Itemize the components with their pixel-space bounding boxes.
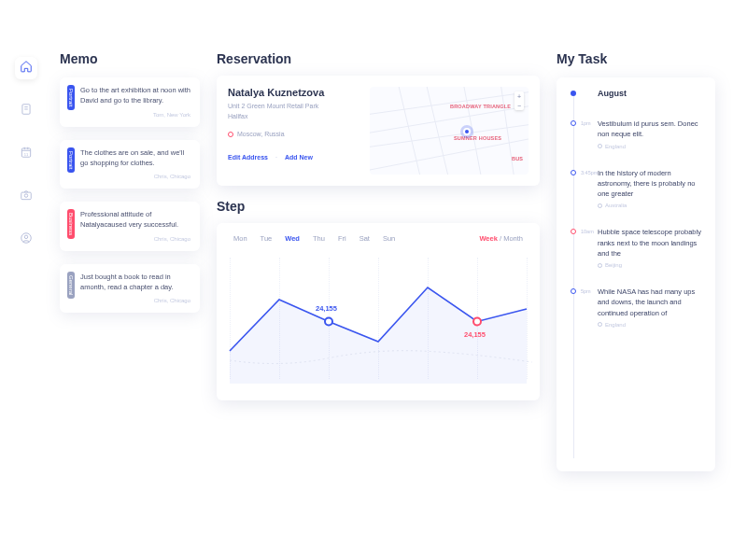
memo-location: Chris, Chicago [80, 174, 190, 179]
task-item[interactable]: 3:45pm In the history of modern astronom… [573, 168, 706, 209]
task-time: 1pm [581, 120, 591, 126]
task-location: England [598, 144, 706, 149]
profile-icon [20, 231, 33, 248]
task-title: Vestibulum id purus sem. Donec non neque… [598, 119, 706, 140]
memo-location: Chris, Chicago [80, 298, 190, 303]
location-ring-icon [598, 322, 602, 327]
step-card: MonTueWedThuFriSatSun Week / Month 24,15… [217, 223, 540, 400]
map[interactable]: BROADWAY TRIANGLESUMNER HOUSESBUS + − [370, 87, 529, 175]
task-time: 3:45pm [581, 170, 598, 175]
memo-tag: General [67, 272, 75, 299]
task-location: Beijing [598, 262, 706, 268]
reservation-addr1: Unit 2 Green Mount Retail Park [228, 102, 359, 112]
task-item[interactable]: 1pm Vestibulum id purus sem. Donec non n… [573, 119, 706, 149]
location-ring-icon [598, 263, 602, 268]
edit-address-link[interactable]: Edit Address [228, 154, 268, 161]
task-dot-icon [571, 170, 576, 175]
task-item[interactable]: 5pm While NASA has had many ups and down… [573, 287, 706, 328]
memo-location: Tom, New York [80, 112, 190, 118]
task-item[interactable]: 10am Hubble space telescope probably ran… [573, 227, 706, 268]
memo-heading: Memo [60, 51, 200, 66]
reservation-heading: Reservation [217, 51, 540, 66]
day-sun[interactable]: Sun [383, 234, 395, 243]
task-dot-icon [571, 120, 576, 126]
map-label: SUMNER HOUSES [454, 135, 501, 141]
task-title: In the history of modern astronomy, ther… [598, 168, 706, 200]
chart-value: 24,155 [464, 330, 486, 339]
toggle-month[interactable]: Month [503, 234, 523, 243]
task-box: August 1pm Vestibulum id purus sem. Done… [557, 77, 715, 471]
day-tue[interactable]: Tue [261, 234, 273, 243]
memo-body: Professional attitude of Natalyacaused v… [80, 209, 190, 231]
toggle-week[interactable]: Week [479, 234, 497, 243]
task-time: 5pm [581, 288, 591, 294]
svg-point-7 [325, 317, 332, 325]
location-ring-icon [598, 144, 602, 148]
svg-point-6 [24, 235, 28, 239]
center-column: Reservation Natalya Kuznetzova Unit 2 Gr… [217, 51, 540, 560]
memo-card[interactable]: Portrait The clothes are on sale, and we… [60, 140, 200, 189]
memo-body: Just bought a book to read in amonth, re… [80, 272, 190, 293]
task-dot-icon [571, 229, 576, 234]
svg-text:11: 11 [24, 152, 29, 157]
nav-camera[interactable] [15, 186, 37, 208]
step-heading: Step [217, 199, 540, 214]
task-title: While NASA has had many ups and downs, t… [598, 287, 706, 318]
sidebar: 11 [9, 51, 43, 560]
reservation-location: Moscow, Russia [228, 131, 359, 137]
camera-icon [20, 189, 33, 205]
task-column: My Task August 1pm Vestibulum id purus s… [557, 51, 715, 560]
day-wed[interactable]: Wed [285, 234, 300, 243]
task-heading: My Task [557, 51, 715, 66]
step-range-toggle: Week / Month [479, 234, 523, 243]
memo-tag: Portrait [67, 85, 75, 110]
timeline-month: August [573, 89, 706, 98]
memo-location: Chris, Chicago [80, 236, 190, 242]
day-thu[interactable]: Thu [313, 234, 325, 243]
zoom-out-button[interactable]: − [514, 101, 524, 110]
memo-body: The clothes are on sale, and we'll go sh… [80, 147, 190, 169]
notes-icon [20, 103, 33, 119]
task-location: Australia [598, 203, 706, 208]
nav-profile[interactable] [15, 229, 37, 251]
map-label: BUS [512, 156, 523, 161]
memo-card[interactable]: Business Professional attitude of Nataly… [60, 202, 200, 251]
svg-point-8 [473, 317, 481, 325]
day-sat[interactable]: Sat [359, 234, 370, 243]
svg-rect-3 [21, 192, 32, 200]
nav-notes[interactable] [15, 100, 37, 122]
day-fri[interactable]: Fri [338, 234, 346, 243]
zoom-in-button[interactable]: + [514, 91, 524, 101]
map-roads-icon [370, 87, 529, 175]
add-new-link[interactable]: Add New [285, 154, 313, 161]
month-dot-icon [571, 91, 576, 96]
nav-home[interactable] [15, 57, 37, 79]
reservation-addr2: Halifax [228, 112, 359, 122]
location-ring-icon [598, 203, 602, 208]
memo-column: Memo Portrait Go to the art exhibition a… [60, 51, 200, 560]
chart-value: 24,155 [316, 304, 337, 313]
task-time: 10am [581, 229, 594, 234]
memo-card[interactable]: Portrait Go to the art exhibition at noo… [60, 77, 200, 127]
step-chart: 24,15524,155 [224, 248, 532, 390]
step-days: MonTueWedThuFriSatSun [233, 234, 395, 243]
location-pin-icon [228, 132, 233, 137]
memo-card[interactable]: General Just bought a book to read in am… [60, 264, 200, 314]
reservation-name: Natalya Kuznetzova [228, 87, 359, 98]
task-dot-icon [571, 288, 576, 294]
memo-tag: Portrait [67, 147, 75, 173]
task-location: England [598, 322, 706, 328]
map-label: BROADWAY TRIANGLE [450, 104, 511, 109]
map-zoom: + − [514, 91, 524, 110]
memo-tag: Business [67, 209, 75, 239]
day-mon[interactable]: Mon [233, 234, 247, 243]
nav-calendar[interactable]: 11 [15, 143, 37, 165]
map-pin [463, 128, 471, 135]
reservation-card: Natalya Kuznetzova Unit 2 Green Mount Re… [217, 76, 540, 186]
memo-body: Go to the art exhibition at noon with Da… [80, 85, 190, 106]
task-title: Hubble space telescope probably ranks ne… [598, 227, 706, 259]
home-icon [20, 60, 33, 77]
svg-point-4 [24, 194, 28, 198]
calendar-icon: 11 [20, 146, 33, 162]
